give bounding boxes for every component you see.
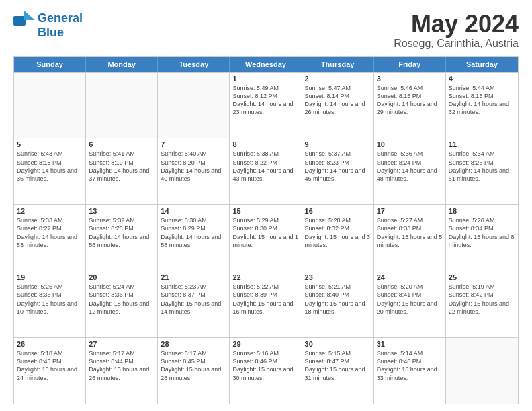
day-number: 17 [377, 207, 443, 215]
cell-info: Sunrise: 5:46 AM Sunset: 8:15 PM Dayligh… [377, 84, 443, 117]
header-wednesday: Wednesday [230, 57, 302, 72]
subtitle: Rosegg, Carinthia, Austria [394, 38, 519, 50]
day-number: 30 [305, 340, 371, 348]
day-number: 28 [161, 340, 226, 348]
day-number: 4 [449, 75, 515, 83]
day-number: 19 [17, 273, 83, 281]
empty-cell-0-0 [14, 73, 86, 138]
day-cell-18: 18Sunrise: 5:26 AM Sunset: 8:34 PM Dayli… [446, 205, 518, 271]
day-number: 24 [377, 273, 443, 281]
day-number: 1 [232, 75, 298, 83]
day-cell-30: 30Sunrise: 5:15 AM Sunset: 8:47 PM Dayli… [302, 338, 374, 404]
day-number: 20 [89, 273, 154, 281]
cell-info: Sunrise: 5:37 AM Sunset: 8:23 PM Dayligh… [305, 150, 371, 183]
header-saturday: Saturday [446, 57, 518, 72]
day-cell-7: 7Sunrise: 5:40 AM Sunset: 8:20 PM Daylig… [158, 138, 230, 204]
day-cell-21: 21Sunrise: 5:23 AM Sunset: 8:37 PM Dayli… [158, 271, 230, 337]
main-title: May 2024 [394, 11, 519, 38]
day-number: 8 [232, 140, 298, 148]
day-number: 22 [232, 273, 298, 281]
header-tuesday: Tuesday [158, 57, 230, 72]
empty-cell-0-2 [158, 73, 230, 138]
day-cell-23: 23Sunrise: 5:21 AM Sunset: 8:40 PM Dayli… [302, 271, 374, 337]
cell-info: Sunrise: 5:29 AM Sunset: 8:30 PM Dayligh… [232, 216, 298, 249]
cell-info: Sunrise: 5:38 AM Sunset: 8:22 PM Dayligh… [232, 150, 298, 183]
cell-info: Sunrise: 5:44 AM Sunset: 8:16 PM Dayligh… [449, 84, 515, 117]
day-cell-4: 4Sunrise: 5:44 AM Sunset: 8:16 PM Daylig… [446, 73, 518, 138]
cell-info: Sunrise: 5:43 AM Sunset: 8:18 PM Dayligh… [17, 150, 83, 183]
day-number: 9 [305, 140, 371, 148]
day-cell-16: 16Sunrise: 5:28 AM Sunset: 8:32 PM Dayli… [302, 205, 374, 271]
cell-info: Sunrise: 5:30 AM Sunset: 8:29 PM Dayligh… [161, 216, 226, 249]
cell-info: Sunrise: 5:20 AM Sunset: 8:41 PM Dayligh… [377, 283, 443, 316]
cell-info: Sunrise: 5:17 AM Sunset: 8:45 PM Dayligh… [161, 349, 226, 382]
day-number: 2 [305, 75, 371, 83]
day-cell-28: 28Sunrise: 5:17 AM Sunset: 8:45 PM Dayli… [158, 338, 230, 404]
cell-info: Sunrise: 5:33 AM Sunset: 8:27 PM Dayligh… [17, 216, 83, 249]
day-cell-14: 14Sunrise: 5:30 AM Sunset: 8:29 PM Dayli… [158, 205, 230, 271]
day-number: 7 [161, 140, 226, 148]
header-thursday: Thursday [302, 57, 374, 72]
day-cell-24: 24Sunrise: 5:20 AM Sunset: 8:41 PM Dayli… [374, 271, 446, 337]
day-cell-9: 9Sunrise: 5:37 AM Sunset: 8:23 PM Daylig… [302, 138, 374, 204]
empty-cell-0-1 [86, 73, 158, 138]
day-cell-12: 12Sunrise: 5:33 AM Sunset: 8:27 PM Dayli… [14, 205, 86, 271]
week-row-4: 19Sunrise: 5:25 AM Sunset: 8:35 PM Dayli… [14, 271, 518, 337]
day-cell-31: 31Sunrise: 5:14 AM Sunset: 8:48 PM Dayli… [374, 338, 446, 404]
cell-info: Sunrise: 5:21 AM Sunset: 8:40 PM Dayligh… [305, 283, 371, 316]
calendar: Sunday Monday Tuesday Wednesday Thursday… [13, 56, 519, 404]
cell-info: Sunrise: 5:40 AM Sunset: 8:20 PM Dayligh… [161, 150, 226, 183]
header: General Blue May 2024 Rosegg, Carinthia,… [13, 11, 519, 50]
week-row-3: 12Sunrise: 5:33 AM Sunset: 8:27 PM Dayli… [14, 204, 518, 271]
cell-info: Sunrise: 5:16 AM Sunset: 8:46 PM Dayligh… [232, 349, 298, 382]
cell-info: Sunrise: 5:24 AM Sunset: 8:36 PM Dayligh… [89, 283, 154, 316]
day-cell-20: 20Sunrise: 5:24 AM Sunset: 8:36 PM Dayli… [86, 271, 158, 337]
day-cell-6: 6Sunrise: 5:41 AM Sunset: 8:19 PM Daylig… [86, 138, 158, 204]
week-row-5: 26Sunrise: 5:18 AM Sunset: 8:43 PM Dayli… [14, 337, 518, 404]
day-number: 27 [89, 340, 154, 348]
cell-info: Sunrise: 5:32 AM Sunset: 8:28 PM Dayligh… [89, 216, 154, 249]
day-cell-13: 13Sunrise: 5:32 AM Sunset: 8:28 PM Dayli… [86, 205, 158, 271]
day-cell-10: 10Sunrise: 5:36 AM Sunset: 8:24 PM Dayli… [374, 138, 446, 204]
day-cell-11: 11Sunrise: 5:34 AM Sunset: 8:25 PM Dayli… [446, 138, 518, 204]
day-cell-5: 5Sunrise: 5:43 AM Sunset: 8:18 PM Daylig… [14, 138, 86, 204]
svg-marker-1 [24, 11, 35, 20]
logo-blue-text: Blue [38, 26, 64, 40]
day-cell-3: 3Sunrise: 5:46 AM Sunset: 8:15 PM Daylig… [374, 73, 446, 138]
cell-info: Sunrise: 5:18 AM Sunset: 8:43 PM Dayligh… [17, 349, 83, 382]
day-number: 6 [89, 140, 154, 148]
cell-info: Sunrise: 5:19 AM Sunset: 8:42 PM Dayligh… [449, 283, 515, 316]
title-block: May 2024 Rosegg, Carinthia, Austria [394, 11, 519, 50]
cell-info: Sunrise: 5:15 AM Sunset: 8:47 PM Dayligh… [305, 349, 371, 382]
cell-info: Sunrise: 5:25 AM Sunset: 8:35 PM Dayligh… [17, 283, 83, 316]
day-number: 21 [161, 273, 226, 281]
day-number: 5 [17, 140, 83, 148]
cell-info: Sunrise: 5:34 AM Sunset: 8:25 PM Dayligh… [449, 150, 515, 183]
cell-info: Sunrise: 5:23 AM Sunset: 8:37 PM Dayligh… [161, 283, 226, 316]
day-cell-19: 19Sunrise: 5:25 AM Sunset: 8:35 PM Dayli… [14, 271, 86, 337]
day-cell-25: 25Sunrise: 5:19 AM Sunset: 8:42 PM Dayli… [446, 271, 518, 337]
day-number: 31 [377, 340, 443, 348]
calendar-body: 1Sunrise: 5:49 AM Sunset: 8:12 PM Daylig… [14, 72, 518, 404]
cell-info: Sunrise: 5:36 AM Sunset: 8:24 PM Dayligh… [377, 150, 443, 183]
empty-cell-4-6 [446, 338, 518, 404]
day-cell-29: 29Sunrise: 5:16 AM Sunset: 8:46 PM Dayli… [230, 338, 302, 404]
cell-info: Sunrise: 5:28 AM Sunset: 8:32 PM Dayligh… [305, 216, 371, 249]
header-sunday: Sunday [14, 57, 86, 72]
week-row-2: 5Sunrise: 5:43 AM Sunset: 8:18 PM Daylig… [14, 138, 518, 204]
cell-info: Sunrise: 5:26 AM Sunset: 8:34 PM Dayligh… [449, 216, 515, 249]
day-number: 12 [17, 207, 83, 215]
logo-text: General [38, 11, 83, 26]
day-number: 13 [89, 207, 154, 215]
cell-info: Sunrise: 5:49 AM Sunset: 8:12 PM Dayligh… [232, 84, 298, 117]
day-cell-15: 15Sunrise: 5:29 AM Sunset: 8:30 PM Dayli… [230, 205, 302, 271]
week-row-1: 1Sunrise: 5:49 AM Sunset: 8:12 PM Daylig… [14, 72, 518, 138]
day-cell-1: 1Sunrise: 5:49 AM Sunset: 8:12 PM Daylig… [230, 73, 302, 138]
cell-info: Sunrise: 5:14 AM Sunset: 8:48 PM Dayligh… [377, 349, 443, 382]
day-number: 18 [449, 207, 515, 215]
page: General Blue May 2024 Rosegg, Carinthia,… [0, 0, 532, 411]
day-number: 15 [232, 207, 298, 215]
day-cell-2: 2Sunrise: 5:47 AM Sunset: 8:14 PM Daylig… [302, 73, 374, 138]
logo-icon [13, 11, 35, 26]
cell-info: Sunrise: 5:22 AM Sunset: 8:39 PM Dayligh… [232, 283, 298, 316]
